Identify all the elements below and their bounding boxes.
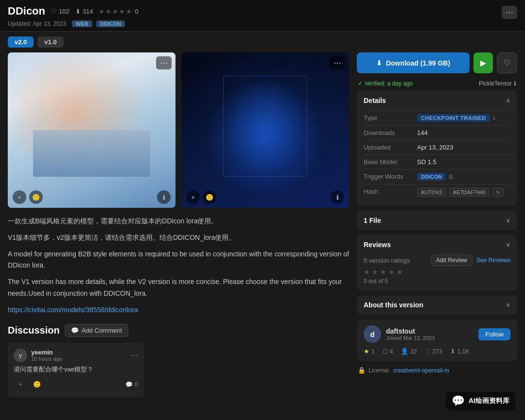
- creator-downloads-stat: ⬇ 1.1K: [450, 348, 470, 355]
- main-layout: ⋯ + 🙂 ℹ ⋯ + 🙂 ℹ: [0, 52, 525, 405]
- about-title: About this version: [364, 301, 423, 309]
- reviews-title: Reviews: [364, 241, 391, 249]
- reviews-chevron-icon: ∨: [506, 241, 510, 248]
- trigger-label: Trigger Words: [364, 173, 417, 180]
- follow-button[interactable]: Follow: [478, 328, 510, 340]
- comment-time: 10 hours ago: [31, 356, 62, 362]
- description-block: 一款生成B端风格元素的模型，需要结合对应版本的DDicon lora使用。 V1…: [8, 216, 349, 316]
- comment-author: yeemin: [31, 349, 62, 356]
- comment-options-button[interactable]: ⋯: [130, 351, 138, 360]
- download-icon: ⬇: [75, 8, 81, 15]
- watermark-text: AI绘画资料库: [469, 397, 509, 405]
- type-label: Type: [364, 114, 417, 121]
- verified-row: ✓ Verified: a day ago PickleTensor ℹ: [357, 78, 517, 91]
- files-chevron-icon: ∨: [506, 217, 510, 224]
- download-button[interactable]: ⬇ Download (1.99 GB): [357, 52, 470, 73]
- version-tab-v2[interactable]: v2.0: [8, 36, 34, 48]
- version-tab-v1[interactable]: v1.0: [37, 36, 63, 48]
- creator-models-stat: ⬡ 4: [383, 348, 393, 355]
- gallery-image-1-options[interactable]: ⋯: [156, 56, 172, 69]
- add-review-button[interactable]: Add Review: [431, 254, 472, 266]
- gallery-image-1-emoji[interactable]: 🙂: [29, 190, 43, 204]
- comment-emoji-btn[interactable]: 🙂: [30, 378, 44, 391]
- creator-joined: Joined Mar 13, 2023: [386, 335, 435, 341]
- gallery-image-2-add[interactable]: +: [186, 190, 200, 204]
- heart-stat: ♡ 102: [51, 8, 70, 15]
- likes-icon: ♡: [425, 348, 431, 355]
- gallery-image-1-add[interactable]: +: [13, 190, 26, 204]
- about-section-header[interactable]: About this version ∨: [357, 295, 517, 315]
- following-icon: 👤: [401, 348, 408, 355]
- creator-stars-stat: ★ 1: [364, 348, 375, 355]
- license-link[interactable]: creativeml-openrail-m: [393, 367, 449, 374]
- like-count: 102: [59, 8, 70, 15]
- creator-models: 4: [390, 348, 393, 355]
- about-section: About this version ∨: [357, 295, 517, 315]
- uploaded-label: Uploaded: [364, 144, 417, 151]
- watermark: 💬 AI绘画资料库: [446, 392, 515, 410]
- detail-hash-row: Hash AUTOV2 AE7DAF7440 >: [364, 184, 510, 200]
- reviews-section-header[interactable]: Reviews ∨: [357, 235, 517, 254]
- ddiconlora-link[interactable]: https://civitai.com/models/38558/ddiconl…: [8, 306, 138, 314]
- comment-header: y yeemin 10 hours ago ⋯: [14, 349, 138, 362]
- trigger-value: DDICON ⧉: [417, 173, 510, 181]
- gallery-image-2-emoji[interactable]: 🙂: [203, 190, 216, 204]
- copy-trigger-icon[interactable]: ⧉: [449, 173, 453, 180]
- detail-basemodel-row: Base Model SD 1.5: [364, 154, 510, 169]
- desc-line3: A model for generating B2B style element…: [8, 249, 349, 272]
- watermark-wechat-icon: 💬: [452, 395, 465, 407]
- desc-line1: 一款生成B端风格元素的模型，需要结合对应版本的DDicon lora使用。: [8, 216, 349, 227]
- star-1: ★: [364, 268, 370, 276]
- creator-left: d daftstout Joined Mar 13, 2023: [364, 325, 435, 343]
- details-section-header[interactable]: Details ∧: [357, 91, 517, 110]
- reviews-header-row: 0 version ratings Add Review See Reviews: [364, 254, 510, 266]
- hash-more-button[interactable]: >: [492, 188, 503, 197]
- favorite-button[interactable]: ♡: [497, 52, 517, 73]
- base-model-value: SD 1.5: [417, 158, 510, 166]
- gallery-image-2-options[interactable]: ⋯: [330, 56, 345, 69]
- tag-web: WEB: [72, 20, 92, 27]
- comment-reply-count: 💬 0: [125, 381, 138, 388]
- play-button[interactable]: ▶: [473, 52, 493, 73]
- uploaded-value: Apr 13, 2023: [417, 144, 510, 151]
- comment-card: y yeemin 10 hours ago ⋯ 请问需要配合哪个vae模型？ +…: [8, 343, 144, 397]
- comment-add-btn[interactable]: +: [14, 378, 27, 391]
- type-info-icon[interactable]: ℹ: [493, 115, 495, 121]
- pickle-info-icon: ℹ: [514, 80, 516, 87]
- see-reviews-button[interactable]: See Reviews: [476, 257, 510, 264]
- gallery-image-2: ⋯ + 🙂 ℹ: [181, 52, 349, 208]
- download-btn-label: Download (1.99 GB): [386, 59, 450, 67]
- creator-likes-stat: ♡ 273: [425, 348, 442, 355]
- reviews-count: 0 version ratings: [364, 257, 410, 264]
- hash-val: AE7DAF7440: [449, 188, 490, 197]
- star-row: ★★★★★ 0: [99, 8, 138, 15]
- image-gallery: ⋯ + 🙂 ℹ ⋯ + 🙂 ℹ: [8, 52, 349, 208]
- options-button[interactable]: ⋯: [502, 6, 517, 19]
- star-3: ★: [380, 268, 386, 276]
- download-count: 314: [83, 8, 93, 15]
- comment-avatar: y: [14, 349, 27, 362]
- details-title: Details: [364, 97, 386, 104]
- hash-value: AUTOV2 AE7DAF7440 >: [417, 188, 510, 197]
- creator-following-stat: 👤 22: [401, 348, 417, 355]
- gallery-image-2-info-btn[interactable]: ℹ: [331, 190, 344, 204]
- right-panel: ⬇ Download (1.99 GB) ▶ ♡ ✓ Verified: a d…: [357, 52, 517, 397]
- star-icon: ★: [364, 348, 369, 355]
- gallery-image-1-info-btn[interactable]: ℹ: [157, 190, 171, 204]
- trigger-badge: DDICON: [417, 173, 446, 181]
- creator-stats: ★ 1 ⬡ 4 👤 22 ♡ 273 ⬇ 1.1K: [364, 348, 510, 355]
- left-panel: ⋯ + 🙂 ℹ ⋯ + 🙂 ℹ: [8, 52, 357, 397]
- top-bar-options: ⋯: [502, 6, 517, 19]
- detail-downloads-row: Downloads 144: [364, 125, 510, 140]
- download-actions: ⬇ Download (1.99 GB) ▶ ♡: [357, 52, 517, 73]
- creator-row: d daftstout Joined Mar 13, 2023 Follow: [364, 325, 510, 343]
- add-comment-button[interactable]: 💬 Add Comment: [65, 324, 128, 337]
- download-btn-icon: ⬇: [376, 59, 382, 67]
- downloads-label: Downloads: [364, 129, 417, 136]
- comment-icon: 💬: [71, 327, 79, 334]
- comment-action-left: + 🙂: [14, 378, 44, 391]
- comment-text: 请问需要配合哪个vae模型？: [14, 365, 138, 374]
- reviews-section: Reviews ∨ 0 version ratings Add Review S…: [357, 235, 517, 290]
- file-section-header[interactable]: 1 File ∨: [357, 211, 517, 230]
- comment-author-row: y yeemin 10 hours ago: [14, 349, 62, 362]
